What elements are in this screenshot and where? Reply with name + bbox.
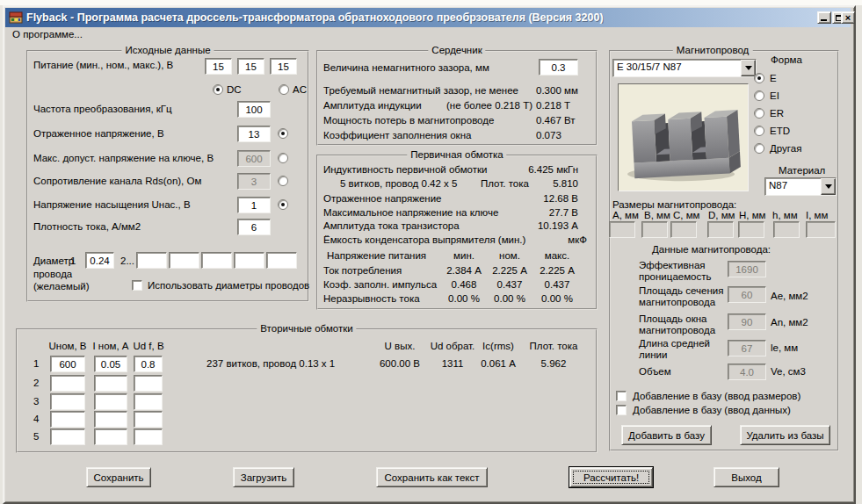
- freq-input[interactable]: [237, 101, 271, 118]
- magnet-data-label: Данные магнитопровода:: [652, 244, 771, 255]
- reflected-radio[interactable]: [278, 128, 288, 139]
- secondary-i-input-1[interactable]: [94, 356, 127, 372]
- core-row-label: Амплитуда индукции: [323, 100, 422, 111]
- close-icon: ×: [845, 13, 851, 22]
- core-select-combobox[interactable]: E 30/15/7 N87: [612, 59, 757, 77]
- secondary-u-input-3[interactable]: [50, 393, 85, 410]
- secondary-row-description: 237 витков, провод 0.13 x 1: [206, 358, 335, 369]
- secondary-row-number: 5: [33, 431, 39, 442]
- gap-input[interactable]: [539, 59, 578, 76]
- secondary-ud-input-5[interactable]: [134, 428, 163, 445]
- exit-label: Выход: [731, 472, 761, 483]
- primary-row-value: 27.7 В: [464, 207, 578, 218]
- primary-table-cell: 0.468: [438, 279, 490, 290]
- path-length-label-2: линии: [639, 349, 667, 360]
- volume-unit: Ve, см3: [771, 366, 806, 377]
- material-combobox[interactable]: N87: [764, 177, 837, 196]
- diameter-4-input[interactable]: [201, 252, 232, 269]
- size-c-input: [670, 221, 697, 238]
- load-label: Загрузить: [241, 472, 287, 483]
- secondary-row-number: 4: [33, 414, 39, 424]
- max-switch-radio[interactable]: [278, 153, 288, 163]
- diameter-label-2: провода: [33, 269, 72, 279]
- rds-radio[interactable]: [278, 176, 288, 186]
- add-data-checkbox[interactable]: [616, 405, 627, 415]
- primary-table-header-label: Напряжение питания: [327, 250, 426, 261]
- secondary-ud-input-4[interactable]: [134, 411, 163, 428]
- size-d-input: [707, 221, 734, 238]
- ac-radio[interactable]: [279, 84, 289, 95]
- secondary-i-input-4[interactable]: [94, 411, 127, 428]
- diameter-3-input[interactable]: [169, 252, 199, 269]
- secondary-i-input-3[interactable]: [94, 393, 127, 410]
- secondary-ud-input-2[interactable]: [134, 375, 163, 392]
- reflected-input[interactable]: [237, 126, 271, 142]
- add-to-db-label: Добавить в базу: [628, 430, 705, 441]
- secondary-u-input-5[interactable]: [50, 428, 85, 445]
- path-length-unit: le, мм: [771, 342, 798, 353]
- primary-table-cell: 2.225 А: [483, 265, 536, 276]
- diameter-5-input[interactable]: [234, 252, 264, 269]
- title-bar[interactable]: Flyback - Программа расчета дроссель-тра…: [5, 8, 851, 27]
- supply-min-input[interactable]: [205, 58, 232, 75]
- diameter-index-1: 1: [70, 256, 76, 266]
- secondary-i-input-5[interactable]: [94, 428, 127, 445]
- diameter-label-3: (желаемый): [33, 281, 89, 292]
- shape-er-radio[interactable]: [754, 108, 764, 119]
- primary-table-row-label: Неразрывность тока: [323, 293, 420, 304]
- supply-nom-input[interactable]: [237, 58, 264, 75]
- load-button[interactable]: Загрузить: [233, 467, 294, 487]
- diameter-6-input[interactable]: [266, 252, 297, 269]
- core-photo: [618, 83, 749, 191]
- close-button[interactable]: ×: [841, 11, 855, 24]
- max-switch-label: Макс. допуст. напряжение на ключе, В: [33, 153, 214, 163]
- add-sizes-checkbox[interactable]: [616, 391, 627, 401]
- core-row-label: Требуемый немагнитный зазор, не менее: [323, 85, 518, 96]
- gap-label: Величина немагнитного зазора, мм: [323, 62, 489, 73]
- save-label: Сохранить: [93, 472, 143, 483]
- save-button[interactable]: Сохранить: [86, 467, 151, 487]
- diameter-2-input[interactable]: [136, 252, 167, 269]
- primary-row-label: Амплитуда тока транзистора: [323, 220, 460, 231]
- density-input[interactable]: [237, 219, 271, 235]
- add-sizes-label: Добавление в базу (ввод размеров): [633, 391, 800, 401]
- reflected-label: Отраженное напряжение, В: [33, 128, 164, 139]
- usat-radio[interactable]: [278, 199, 288, 210]
- supply-max-input[interactable]: [270, 58, 297, 75]
- secondary-i-input-2[interactable]: [94, 375, 127, 392]
- shape-etd-radio[interactable]: [754, 126, 764, 136]
- secondary-ud-input-1[interactable]: [134, 356, 163, 372]
- material-label: Материал: [779, 165, 825, 176]
- save-as-text-button[interactable]: Сохранить как текст: [376, 467, 488, 487]
- use-diameters-checkbox[interactable]: [132, 280, 142, 291]
- diameter-1-input[interactable]: [85, 252, 114, 269]
- usat-input[interactable]: [237, 197, 271, 213]
- secondary-u-input-1[interactable]: [50, 356, 85, 372]
- ac-label: AC: [293, 84, 307, 95]
- core-select-dropdown-button[interactable]: [741, 60, 756, 76]
- chevron-down-icon: [825, 184, 832, 189]
- shape-other-radio[interactable]: [754, 143, 764, 154]
- size-h-low-input: [773, 221, 800, 238]
- shape-etd-label: ETD: [770, 126, 790, 136]
- calculate-button[interactable]: Рассчитать!: [569, 467, 653, 487]
- delete-from-db-button[interactable]: Удалить из базы: [740, 425, 830, 445]
- add-to-db-button[interactable]: Добавить в базу: [621, 425, 712, 445]
- material-dropdown-button[interactable]: [821, 178, 836, 195]
- exit-button[interactable]: Выход: [714, 467, 779, 487]
- diameter-label-1: Диаметр: [33, 256, 74, 266]
- core-area-label-1: Площадь сечения: [639, 285, 723, 296]
- minimize-button[interactable]: [817, 11, 831, 24]
- secondary-ud-input-3[interactable]: [134, 393, 163, 410]
- core-row-value: 0.218 Т: [536, 100, 570, 111]
- dc-radio[interactable]: [213, 84, 223, 95]
- menu-about[interactable]: О программе...: [5, 27, 90, 41]
- secondary-u-input-4[interactable]: [50, 411, 85, 428]
- groupbox-primary-legend: Первичная обмотка: [407, 149, 506, 160]
- shape-e-radio[interactable]: [754, 73, 764, 83]
- size-b-input: [641, 221, 668, 238]
- groupbox-secondary-legend: Вторичные обмотки: [257, 323, 356, 334]
- shape-ei-radio[interactable]: [754, 90, 764, 101]
- secondary-u-input-2[interactable]: [50, 375, 85, 392]
- core-area-unit: Ae, мм2: [771, 291, 808, 301]
